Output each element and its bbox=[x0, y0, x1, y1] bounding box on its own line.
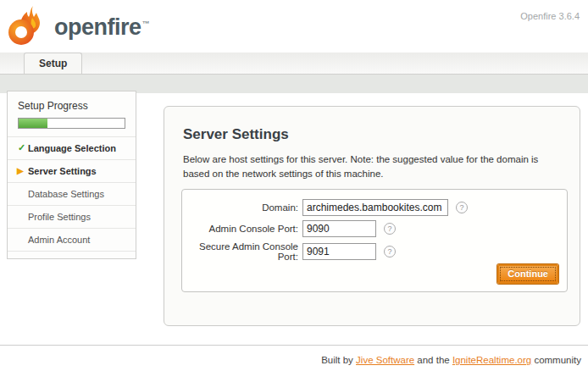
openfire-setup-screen: openfire™ Openfire 3.6.4 Setup Setup Pro… bbox=[0, 0, 588, 371]
tab-bar: Setup bbox=[0, 53, 588, 75]
domain-input[interactable] bbox=[302, 199, 448, 216]
sidebar-item-language-selection: ✓ Language Selection bbox=[8, 136, 136, 159]
step-label: Profile Settings bbox=[28, 212, 91, 222]
footer-suffix: community bbox=[531, 355, 581, 365]
server-settings-form: Domain: ? Admin Console Port: ? Secure A… bbox=[181, 189, 568, 292]
admin-console-port-input[interactable] bbox=[302, 220, 376, 237]
igniterealtime-link[interactable]: IgniteRealtime.org bbox=[452, 355, 531, 365]
page-footer: Built by Jive Software and the IgniteRea… bbox=[0, 345, 588, 365]
step-label: Language Selection bbox=[28, 143, 116, 153]
domain-label: Domain: bbox=[182, 202, 302, 213]
progress-bar-fill bbox=[19, 119, 47, 128]
jive-software-link[interactable]: Jive Software bbox=[356, 355, 414, 365]
step-label: Database Settings bbox=[28, 189, 104, 199]
admin-port-label: Admin Console Port: bbox=[182, 224, 302, 234]
progress-bar bbox=[18, 118, 125, 129]
tab-setup[interactable]: Setup bbox=[24, 53, 82, 74]
trademark-mark: ™ bbox=[142, 19, 150, 28]
version-label: Openfire 3.6.4 bbox=[520, 11, 580, 21]
page-title: Server Settings bbox=[183, 126, 580, 143]
footer-credit: Built by Jive Software and the IgniteRea… bbox=[0, 355, 588, 365]
openfire-flame-logo-icon bbox=[7, 5, 49, 47]
footer-middle: and the bbox=[414, 355, 452, 365]
arrow-right-icon: ▶ bbox=[17, 166, 24, 175]
secure-admin-console-port-input[interactable] bbox=[302, 243, 376, 260]
secure-port-row: Secure Admin Console Port: ? bbox=[182, 241, 567, 262]
app-header: openfire™ Openfire 3.6.4 bbox=[0, 0, 588, 53]
admin-port-help-icon[interactable]: ? bbox=[384, 223, 396, 235]
brand-wordmark: openfire™ bbox=[54, 14, 149, 41]
sidebar-item-server-settings: ▶ Server Settings bbox=[8, 159, 136, 182]
secure-port-help-icon[interactable]: ? bbox=[384, 246, 396, 257]
sidebar-item-admin-account: Admin Account bbox=[8, 228, 136, 252]
sidebar-item-profile-settings: Profile Settings bbox=[8, 205, 136, 228]
secure-port-label: Secure Admin Console Port: bbox=[182, 241, 302, 262]
step-label: Server Settings bbox=[28, 166, 97, 176]
brand-text: openfire bbox=[54, 14, 141, 40]
step-label: Admin Account bbox=[28, 235, 90, 245]
server-settings-panel: Server Settings Below are host settings … bbox=[164, 106, 580, 326]
domain-row: Domain: ? bbox=[182, 199, 567, 216]
check-icon: ✓ bbox=[18, 142, 25, 153]
setup-progress-title: Setup Progress bbox=[8, 91, 136, 116]
footer-prefix: Built by bbox=[321, 355, 356, 365]
setup-progress-panel: Setup Progress ✓ Language Selection ▶ Se… bbox=[7, 91, 136, 259]
page-description: Below are host settings for this server.… bbox=[183, 152, 561, 182]
continue-button[interactable]: Continue bbox=[497, 264, 558, 284]
setup-steps-list: ✓ Language Selection ▶ Server Settings D… bbox=[8, 136, 136, 252]
domain-help-icon[interactable]: ? bbox=[456, 202, 468, 213]
admin-port-row: Admin Console Port: ? bbox=[182, 220, 567, 237]
sidebar-item-database-settings: Database Settings bbox=[8, 182, 136, 205]
